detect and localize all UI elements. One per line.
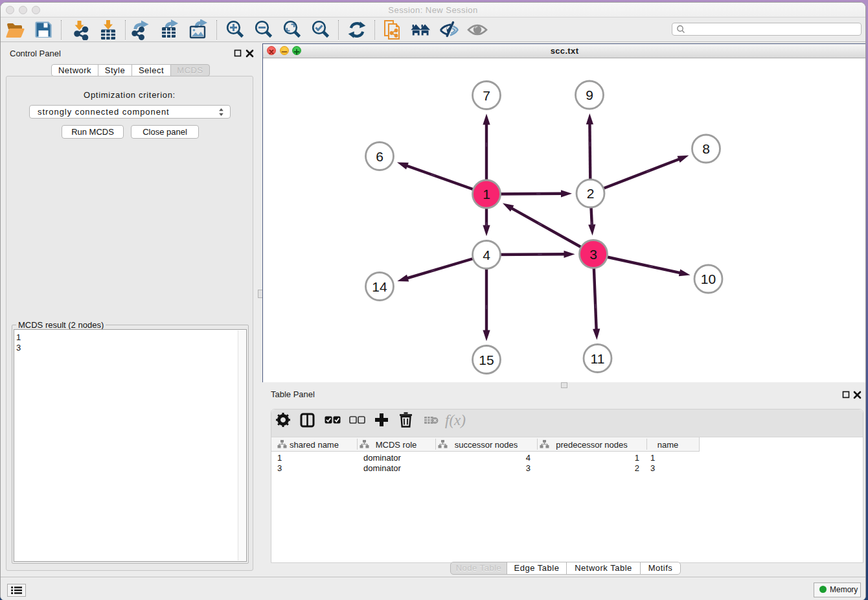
svg-text:11: 11	[591, 351, 605, 366]
svg-text:9: 9	[586, 87, 593, 102]
svg-text:1: 1	[483, 187, 490, 202]
svg-text:8: 8	[702, 141, 710, 156]
svg-text:15: 15	[479, 352, 494, 367]
svg-text:3: 3	[589, 247, 597, 262]
svg-text:7: 7	[483, 88, 490, 103]
svg-text:6: 6	[376, 149, 383, 164]
svg-text:10: 10	[701, 271, 716, 286]
svg-text:2: 2	[587, 186, 595, 201]
svg-text:14: 14	[372, 279, 387, 294]
svg-text:4: 4	[483, 248, 490, 262]
